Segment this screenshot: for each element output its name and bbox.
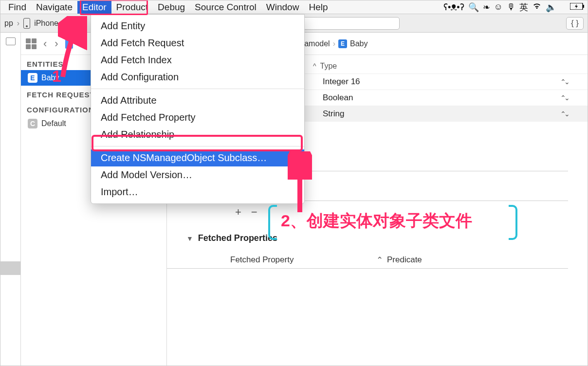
menubar: Find Navigate Editor Product Debug Sourc…: [0, 0, 588, 14]
editor-menu-dropdown: Add Entity Add Fetch Request Add Fetch I…: [91, 14, 305, 204]
predicate-column-header[interactable]: Predicate: [387, 255, 422, 265]
fetched-property-column-header[interactable]: Fetched Property: [230, 255, 376, 265]
stepper-icon[interactable]: ⌃⌄: [560, 110, 568, 118]
entity-badge-icon: E: [28, 73, 37, 83]
chevron-right-icon: ›: [333, 39, 335, 48]
menu-source-control[interactable]: Source Control: [190, 1, 261, 14]
entity-badge-icon: E: [338, 39, 347, 48]
elephant-icon[interactable]: ❧: [483, 2, 490, 13]
wifi-icon[interactable]: [532, 2, 542, 12]
scheme-app-label[interactable]: pp: [4, 19, 13, 28]
disclosure-triangle-icon[interactable]: ▼: [186, 235, 193, 242]
svg-rect-1: [583, 5, 584, 8]
config-badge-icon: C: [28, 119, 37, 128]
sort-caret-icon[interactable]: ^: [313, 62, 316, 70]
menu-separator: [91, 146, 304, 146]
stepper-icon[interactable]: ⌃⌄: [560, 94, 568, 102]
navigator-icon[interactable]: [6, 37, 16, 45]
remove-button[interactable]: −: [251, 206, 257, 219]
iphone-icon: [23, 18, 30, 29]
chevron-right-icon: ›: [17, 19, 19, 28]
menu-product[interactable]: Product: [111, 1, 153, 14]
bear-icon[interactable]: ʕ•ᴥ•ʔ: [443, 2, 464, 13]
input-method-icon[interactable]: 英: [519, 1, 528, 13]
menu-add-entity[interactable]: Add Entity: [91, 18, 304, 35]
annotation-text-2: 2、创建实体对象子类文件: [281, 210, 472, 232]
menu-add-configuration[interactable]: Add Configuration: [91, 69, 304, 86]
menu-add-fetch-request[interactable]: Add Fetch Request: [91, 35, 304, 52]
code-braces-button[interactable]: { }: [566, 17, 584, 30]
menu-separator: [91, 89, 304, 89]
smiley-icon[interactable]: ☺: [494, 2, 503, 12]
menu-debug[interactable]: Debug: [153, 1, 190, 14]
grid-icon[interactable]: [26, 38, 37, 49]
menu-add-attribute[interactable]: Add Attribute: [91, 92, 304, 109]
navigator-selection: [0, 261, 20, 275]
menu-add-relationship[interactable]: Add Relationship: [91, 126, 304, 143]
battery-icon[interactable]: [570, 2, 585, 12]
add-button[interactable]: +: [235, 206, 241, 219]
config-name-label: Default: [41, 119, 66, 128]
navigator-strip: [0, 33, 21, 366]
menu-create-nsmanagedobject-subclass[interactable]: Create NSManagedObject Subclass…: [91, 149, 304, 166]
scheme-device-label[interactable]: iPhone: [34, 19, 58, 28]
menu-import[interactable]: Import…: [91, 183, 304, 201]
menu-add-fetched-property[interactable]: Add Fetched Property: [91, 109, 304, 126]
menu-help[interactable]: Help: [304, 1, 332, 14]
mic-icon[interactable]: 🎙: [507, 2, 515, 12]
forward-button[interactable]: ›: [54, 37, 59, 50]
fetched-header: Fetched Property ⌃ Predicate: [167, 246, 568, 269]
sort-caret-icon[interactable]: ⌃: [376, 255, 383, 265]
menu-find[interactable]: Find: [3, 1, 31, 14]
document-icon[interactable]: [65, 39, 73, 49]
volume-icon[interactable]: 🔈: [546, 2, 556, 13]
status-icons: ʕ•ᴥ•ʔ 🔍 ❧ ☺ 🎙 英 🔈: [443, 1, 585, 13]
menu-add-fetch-index[interactable]: Add Fetch Index: [91, 52, 304, 69]
stepper-icon[interactable]: ⌃⌄: [560, 78, 568, 86]
menu-editor[interactable]: Editor: [77, 1, 111, 14]
menu-window[interactable]: Window: [261, 1, 304, 14]
menu-add-model-version[interactable]: Add Model Version…: [91, 166, 304, 183]
breadcrumb-item[interactable]: Baby: [350, 39, 368, 48]
type-column-header[interactable]: Type: [320, 62, 337, 71]
search-icon[interactable]: 🔍: [468, 2, 479, 13]
annotation-number-1: 1: [52, 67, 61, 86]
menu-navigate[interactable]: Navigate: [31, 1, 77, 14]
back-button[interactable]: ‹: [42, 37, 48, 50]
